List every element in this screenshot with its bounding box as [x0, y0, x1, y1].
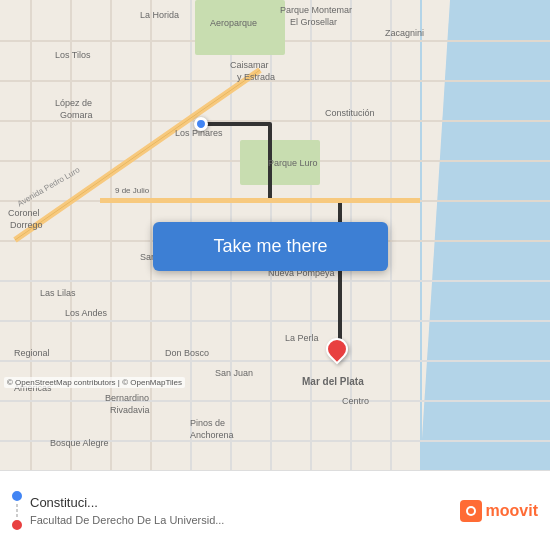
- label-lahorida: La Horida: [140, 10, 179, 20]
- label-dorrego: Dorrego: [10, 220, 43, 230]
- route-text-block: Constituci... Facultad De Derecho De La …: [30, 495, 452, 526]
- label-caisamar: Caisamar: [230, 60, 269, 70]
- from-label: Constituci...: [30, 495, 452, 510]
- label-rivadavia: Rivadavia: [110, 405, 150, 415]
- label-san-juan: San Juan: [215, 368, 253, 378]
- moovit-icon: [460, 500, 482, 522]
- label-centro: Centro: [342, 396, 369, 406]
- label-y-estrada: y Estrada: [237, 72, 275, 82]
- label-constitucion: Constitución: [325, 108, 375, 118]
- destination-marker: [326, 338, 348, 360]
- street-h-3: [0, 120, 550, 122]
- label-bosque-alegre: Bosque Alegre: [50, 438, 109, 448]
- label-los-andes: Los Andes: [65, 308, 107, 318]
- map-container: La Horida Aeroparque Parque Montemar El …: [0, 0, 550, 470]
- major-road-h: [100, 198, 420, 203]
- label-aeroparque: Aeroparque: [210, 18, 257, 28]
- label-anchorena: Anchorena: [190, 430, 234, 440]
- label-pinos-de: Pinos de: [190, 418, 225, 428]
- label-don-bosco: Don Bosco: [165, 348, 209, 358]
- label-el-grosellar: El Grosellar: [290, 17, 337, 27]
- label-9-de-julio: 9 de Julio: [115, 186, 149, 195]
- street-h-7: [0, 280, 550, 282]
- label-gomara: Gomara: [60, 110, 93, 120]
- street-h-8: [0, 320, 550, 322]
- label-coronel: Coronel: [8, 208, 40, 218]
- label-bernardino: Bernardino: [105, 393, 149, 403]
- take-me-there-button[interactable]: Take me there: [153, 222, 388, 271]
- bottom-bar: Constituci... Facultad De Derecho De La …: [0, 470, 550, 550]
- svg-line-0: [15, 70, 260, 240]
- route-info: Constituci... Facultad De Derecho De La …: [12, 491, 538, 530]
- label-lopez-de: López de: [55, 98, 92, 108]
- to-label: Facultad De Derecho De La Universid...: [30, 514, 452, 526]
- label-la-perla: La Perla: [285, 333, 319, 343]
- label-regional: Regional: [14, 348, 50, 358]
- svg-point-3: [468, 508, 474, 514]
- label-mar-del-plata: Mar del Plata: [302, 376, 364, 387]
- destination-pin: [321, 333, 352, 364]
- origin-dot: [12, 491, 22, 501]
- street-h-10: [0, 400, 550, 402]
- label-parque-montemar: Parque Montemar: [280, 5, 352, 15]
- moovit-logo: moovit: [460, 500, 538, 522]
- origin-marker: [194, 117, 208, 131]
- label-las-lilas: Las Lilas: [40, 288, 76, 298]
- map-attribution: © OpenStreetMap contributors | © OpenMap…: [4, 377, 185, 388]
- label-los-tilos: Los Tilos: [55, 50, 91, 60]
- label-parque-luro: Parque Luro: [268, 158, 318, 168]
- svg-line-1: [15, 70, 260, 240]
- street-h-9: [0, 360, 550, 362]
- destination-dot: [12, 520, 22, 530]
- label-zacagnini: Zacagnini: [385, 28, 424, 38]
- moovit-logo-text: moovit: [486, 502, 538, 520]
